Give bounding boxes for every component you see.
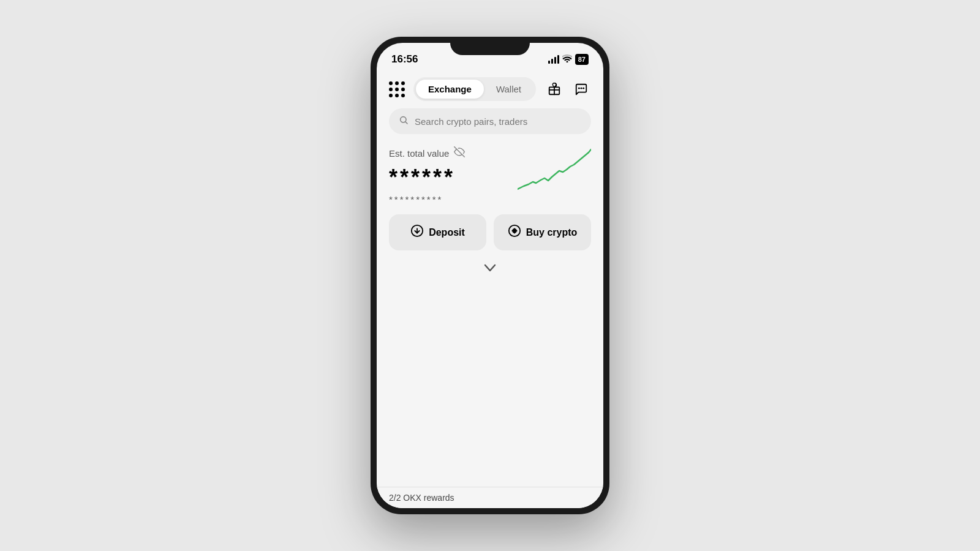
tab-group: Exchange Wallet (413, 77, 536, 101)
nav-actions (545, 80, 591, 99)
tab-wallet[interactable]: Wallet (484, 80, 533, 99)
chevron-down-icon (484, 263, 496, 276)
eye-slash-icon[interactable] (454, 146, 465, 160)
phone-notch (450, 37, 530, 55)
buy-crypto-label: Buy crypto (526, 227, 578, 238)
hidden-value-large: ****** (389, 165, 518, 190)
search-input[interactable] (415, 116, 581, 127)
hidden-value-small: ********** (389, 194, 518, 204)
deposit-button[interactable]: Deposit (389, 214, 486, 250)
status-icons: 87 (548, 54, 589, 65)
battery-icon: 87 (575, 54, 589, 65)
est-label-row: Est. total value (389, 146, 518, 160)
tab-exchange[interactable]: Exchange (416, 80, 484, 99)
rewards-text: 2/2 OKX rewards (389, 493, 454, 503)
grid-menu-icon[interactable] (389, 81, 405, 97)
mini-chart (518, 146, 591, 195)
chat-icon[interactable] (571, 80, 591, 99)
deposit-icon (410, 224, 424, 241)
top-nav: Exchange Wallet (377, 70, 603, 108)
buy-crypto-button[interactable]: Buy crypto (494, 214, 591, 250)
chevron-row[interactable] (377, 260, 603, 280)
wifi-icon (562, 54, 572, 64)
deposit-label: Deposit (429, 227, 465, 238)
phone-device: 16:56 (371, 37, 609, 514)
search-icon (399, 115, 409, 127)
app-content: Exchange Wallet (377, 70, 603, 508)
est-total-label: Est. total value (389, 148, 449, 159)
phone-screen: 16:56 (377, 43, 603, 508)
buy-crypto-icon (508, 224, 521, 241)
signal-icon (548, 55, 559, 64)
wallet-info: Est. total value ****** ********** (389, 146, 518, 204)
action-buttons: Deposit Buy crypto (377, 214, 603, 260)
search-container (377, 108, 603, 141)
gift-icon[interactable] (545, 80, 564, 99)
bottom-strip: 2/2 OKX rewards (377, 487, 603, 508)
search-bar[interactable] (389, 108, 591, 134)
wallet-section: Est. total value ****** ********** (377, 141, 603, 214)
status-time: 16:56 (391, 53, 418, 66)
